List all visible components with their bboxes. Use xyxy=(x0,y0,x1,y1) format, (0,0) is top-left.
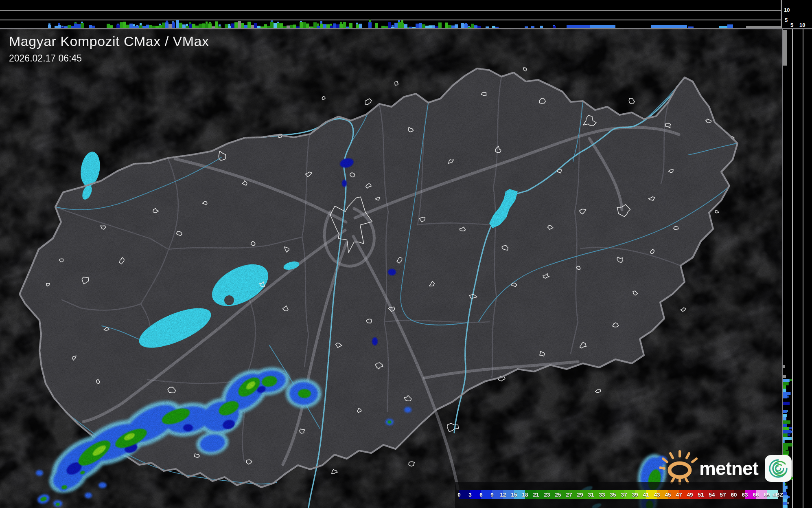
legend-tick: 0 xyxy=(457,492,461,498)
top-profile-plot xyxy=(0,0,782,29)
legend-tick: 39 xyxy=(632,492,638,498)
radar-composite-viewer: 10 5 5 10 xyxy=(0,0,812,508)
legend-tick: 12 xyxy=(500,492,506,498)
legend-tick: 54 xyxy=(709,492,715,498)
right-profile-echoes xyxy=(783,30,793,508)
legend-tick: 25 xyxy=(555,492,561,498)
hungary-radar-map xyxy=(0,29,782,508)
top-height-profile-strip xyxy=(0,0,782,29)
legend-tick: 47 xyxy=(676,492,682,498)
map-frame-top xyxy=(0,28,812,29)
legend-tick: 57 xyxy=(720,492,726,498)
right-profile-tick-10: 10 xyxy=(799,22,805,28)
dbz-color-cells xyxy=(459,490,778,499)
legend-tick: 15 xyxy=(511,492,517,498)
dbz-color-scale: 0369121518212325272931333537394143454749… xyxy=(455,482,783,508)
radar-spiral-icon xyxy=(765,455,792,482)
right-profile-plot xyxy=(782,0,812,508)
map-frame-right xyxy=(782,29,783,508)
terrain-grain xyxy=(0,29,782,508)
legend-tick: 31 xyxy=(588,492,594,498)
top-profile-tick-10: 10 xyxy=(784,7,790,13)
top-profile-tick-5: 5 xyxy=(785,18,788,23)
legend-tick: 60 xyxy=(731,492,737,498)
legend-tick: 29 xyxy=(577,492,583,498)
legend-tick: 45 xyxy=(665,492,671,498)
legend-unit-label: dBZ xyxy=(773,492,783,498)
legend-tick: 27 xyxy=(566,492,572,498)
legend-tick: 23 xyxy=(544,492,550,498)
legend-tick: 37 xyxy=(621,492,627,498)
legend-tick: 66 xyxy=(753,492,759,498)
legend-tick: 51 xyxy=(698,492,704,498)
legend-tick: 63 xyxy=(742,492,748,498)
legend-tick: 33 xyxy=(599,492,605,498)
page-title: Magyar Kompozit CMax / VMax xyxy=(9,33,209,49)
legend-tick: 49 xyxy=(687,492,693,498)
top-profile-echoes xyxy=(48,20,781,29)
legend-tick: 41 xyxy=(643,492,649,498)
legend-tick: 9 xyxy=(490,492,494,498)
legend-tick: 3 xyxy=(468,492,472,498)
legend-tick: 69 xyxy=(764,492,770,498)
legend-tick: 43 xyxy=(654,492,660,498)
legend-tick: 21 xyxy=(533,492,539,498)
right-profile-tick-5: 5 xyxy=(790,22,793,28)
map-canvas xyxy=(0,29,782,508)
timestamp: 2026.02.17 06:45 xyxy=(9,53,209,64)
legend-tick: 35 xyxy=(610,492,616,498)
legend-tick: 6 xyxy=(479,492,483,498)
map-header: Magyar Kompozit CMax / VMax 2026.02.17 0… xyxy=(9,33,209,64)
metnet-wordmark: metnet xyxy=(699,457,758,479)
legend-tick: 18 xyxy=(522,492,528,498)
right-height-profile-strip xyxy=(782,0,812,508)
